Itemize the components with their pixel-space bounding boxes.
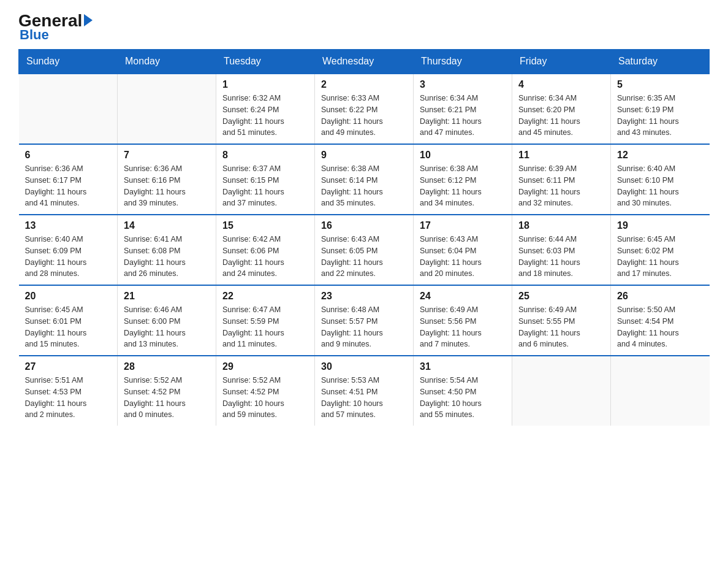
day-info: Sunrise: 6:35 AMSunset: 6:19 PMDaylight:…	[617, 93, 703, 139]
calendar-cell	[118, 74, 216, 144]
day-info: Sunrise: 5:53 AMSunset: 4:51 PMDaylight:…	[321, 375, 407, 421]
calendar-cell: 8Sunrise: 6:37 AMSunset: 6:15 PMDaylight…	[216, 144, 315, 215]
day-info: Sunrise: 6:36 AMSunset: 6:16 PMDaylight:…	[124, 163, 210, 209]
day-info: Sunrise: 6:32 AMSunset: 6:24 PMDaylight:…	[222, 93, 308, 139]
day-number: 22	[222, 291, 308, 302]
calendar-cell: 11Sunrise: 6:39 AMSunset: 6:11 PMDayligh…	[512, 144, 611, 215]
day-number: 16	[321, 220, 407, 231]
day-info: Sunrise: 6:43 AMSunset: 6:05 PMDaylight:…	[321, 234, 407, 280]
column-header-friday: Friday	[512, 50, 611, 74]
calendar-cell: 22Sunrise: 6:47 AMSunset: 5:59 PMDayligh…	[216, 285, 315, 356]
calendar-cell: 7Sunrise: 6:36 AMSunset: 6:16 PMDaylight…	[118, 144, 216, 215]
day-number: 2	[321, 79, 407, 90]
column-header-thursday: Thursday	[414, 50, 512, 74]
day-info: Sunrise: 6:40 AMSunset: 6:09 PMDaylight:…	[25, 234, 112, 280]
calendar-cell: 30Sunrise: 5:53 AMSunset: 4:51 PMDayligh…	[315, 356, 414, 426]
calendar-cell: 24Sunrise: 6:49 AMSunset: 5:56 PMDayligh…	[414, 285, 512, 356]
calendar-cell: 27Sunrise: 5:51 AMSunset: 4:53 PMDayligh…	[19, 356, 118, 426]
calendar-cell: 17Sunrise: 6:43 AMSunset: 6:04 PMDayligh…	[414, 215, 512, 285]
day-number: 27	[25, 361, 112, 372]
day-number: 26	[617, 291, 703, 302]
day-info: Sunrise: 6:45 AMSunset: 6:01 PMDaylight:…	[25, 304, 112, 350]
calendar-cell: 26Sunrise: 5:50 AMSunset: 4:54 PMDayligh…	[611, 285, 710, 356]
calendar-cell	[512, 356, 611, 426]
day-info: Sunrise: 6:40 AMSunset: 6:10 PMDaylight:…	[617, 163, 703, 209]
calendar-week-row: 1Sunrise: 6:32 AMSunset: 6:24 PMDaylight…	[19, 74, 710, 144]
day-info: Sunrise: 6:49 AMSunset: 5:55 PMDaylight:…	[518, 304, 604, 350]
calendar-cell: 23Sunrise: 6:48 AMSunset: 5:57 PMDayligh…	[315, 285, 414, 356]
calendar-cell: 29Sunrise: 5:52 AMSunset: 4:52 PMDayligh…	[216, 356, 315, 426]
day-number: 8	[222, 150, 308, 161]
day-info: Sunrise: 6:37 AMSunset: 6:15 PMDaylight:…	[222, 163, 308, 209]
day-info: Sunrise: 5:50 AMSunset: 4:54 PMDaylight:…	[617, 304, 703, 350]
day-info: Sunrise: 6:34 AMSunset: 6:21 PMDaylight:…	[420, 93, 506, 139]
calendar-cell: 31Sunrise: 5:54 AMSunset: 4:50 PMDayligh…	[414, 356, 512, 426]
day-number: 19	[617, 220, 703, 231]
day-info: Sunrise: 6:36 AMSunset: 6:17 PMDaylight:…	[25, 163, 112, 209]
day-number: 25	[518, 291, 604, 302]
page-header: General Blue	[18, 12, 710, 43]
calendar-cell: 21Sunrise: 6:46 AMSunset: 6:00 PMDayligh…	[118, 285, 216, 356]
calendar-cell: 5Sunrise: 6:35 AMSunset: 6:19 PMDaylight…	[611, 74, 710, 144]
calendar-header-row: SundayMondayTuesdayWednesdayThursdayFrid…	[19, 50, 710, 74]
day-info: Sunrise: 6:47 AMSunset: 5:59 PMDaylight:…	[222, 304, 308, 350]
calendar-cell: 6Sunrise: 6:36 AMSunset: 6:17 PMDaylight…	[19, 144, 118, 215]
day-info: Sunrise: 6:39 AMSunset: 6:11 PMDaylight:…	[518, 163, 604, 209]
calendar-cell: 9Sunrise: 6:38 AMSunset: 6:14 PMDaylight…	[315, 144, 414, 215]
logo: General Blue	[18, 12, 93, 43]
day-number: 1	[222, 79, 308, 90]
calendar-cell: 13Sunrise: 6:40 AMSunset: 6:09 PMDayligh…	[19, 215, 118, 285]
day-info: Sunrise: 6:44 AMSunset: 6:03 PMDaylight:…	[518, 234, 604, 280]
day-info: Sunrise: 6:41 AMSunset: 6:08 PMDaylight:…	[124, 234, 210, 280]
logo-arrow-icon	[84, 14, 93, 26]
day-number: 12	[617, 150, 703, 161]
logo-blue: Blue	[20, 27, 93, 43]
column-header-saturday: Saturday	[611, 50, 710, 74]
day-number: 10	[420, 150, 506, 161]
calendar-week-row: 6Sunrise: 6:36 AMSunset: 6:17 PMDaylight…	[19, 144, 710, 215]
day-info: Sunrise: 6:45 AMSunset: 6:02 PMDaylight:…	[617, 234, 703, 280]
calendar-cell: 16Sunrise: 6:43 AMSunset: 6:05 PMDayligh…	[315, 215, 414, 285]
calendar-cell: 28Sunrise: 5:52 AMSunset: 4:52 PMDayligh…	[118, 356, 216, 426]
day-info: Sunrise: 5:52 AMSunset: 4:52 PMDaylight:…	[124, 375, 210, 421]
day-info: Sunrise: 6:49 AMSunset: 5:56 PMDaylight:…	[420, 304, 506, 350]
day-number: 28	[124, 361, 210, 372]
day-number: 14	[124, 220, 210, 231]
calendar-cell: 18Sunrise: 6:44 AMSunset: 6:03 PMDayligh…	[512, 215, 611, 285]
calendar-cell	[611, 356, 710, 426]
day-number: 29	[222, 361, 308, 372]
day-number: 3	[420, 79, 506, 90]
day-number: 24	[420, 291, 506, 302]
calendar-cell: 10Sunrise: 6:38 AMSunset: 6:12 PMDayligh…	[414, 144, 512, 215]
calendar-cell: 20Sunrise: 6:45 AMSunset: 6:01 PMDayligh…	[19, 285, 118, 356]
day-info: Sunrise: 6:46 AMSunset: 6:00 PMDaylight:…	[124, 304, 210, 350]
day-info: Sunrise: 5:54 AMSunset: 4:50 PMDaylight:…	[420, 375, 506, 421]
day-info: Sunrise: 6:48 AMSunset: 5:57 PMDaylight:…	[321, 304, 407, 350]
calendar-cell: 14Sunrise: 6:41 AMSunset: 6:08 PMDayligh…	[118, 215, 216, 285]
calendar-table: SundayMondayTuesdayWednesdayThursdayFrid…	[18, 49, 710, 426]
day-number: 6	[25, 150, 112, 161]
calendar-cell: 3Sunrise: 6:34 AMSunset: 6:21 PMDaylight…	[414, 74, 512, 144]
day-number: 20	[25, 291, 112, 302]
day-number: 21	[124, 291, 210, 302]
day-info: Sunrise: 6:43 AMSunset: 6:04 PMDaylight:…	[420, 234, 506, 280]
calendar-cell: 2Sunrise: 6:33 AMSunset: 6:22 PMDaylight…	[315, 74, 414, 144]
calendar-cell: 4Sunrise: 6:34 AMSunset: 6:20 PMDaylight…	[512, 74, 611, 144]
calendar-cell: 25Sunrise: 6:49 AMSunset: 5:55 PMDayligh…	[512, 285, 611, 356]
day-info: Sunrise: 6:33 AMSunset: 6:22 PMDaylight:…	[321, 93, 407, 139]
calendar-week-row: 20Sunrise: 6:45 AMSunset: 6:01 PMDayligh…	[19, 285, 710, 356]
day-info: Sunrise: 5:52 AMSunset: 4:52 PMDaylight:…	[222, 375, 308, 421]
calendar-week-row: 27Sunrise: 5:51 AMSunset: 4:53 PMDayligh…	[19, 356, 710, 426]
day-number: 30	[321, 361, 407, 372]
calendar-cell: 15Sunrise: 6:42 AMSunset: 6:06 PMDayligh…	[216, 215, 315, 285]
day-info: Sunrise: 5:51 AMSunset: 4:53 PMDaylight:…	[25, 375, 112, 421]
day-number: 15	[222, 220, 308, 231]
column-header-wednesday: Wednesday	[315, 50, 414, 74]
column-header-sunday: Sunday	[19, 50, 118, 74]
column-header-tuesday: Tuesday	[216, 50, 315, 74]
day-info: Sunrise: 6:34 AMSunset: 6:20 PMDaylight:…	[518, 93, 604, 139]
day-number: 23	[321, 291, 407, 302]
day-number: 5	[617, 79, 703, 90]
day-number: 17	[420, 220, 506, 231]
day-number: 11	[518, 150, 604, 161]
